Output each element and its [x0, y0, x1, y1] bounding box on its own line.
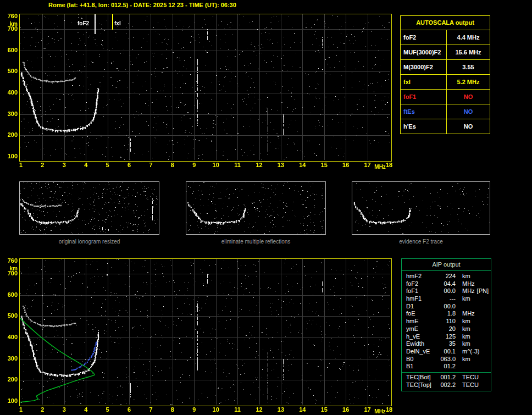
aip-table-header: AIP output [402, 259, 491, 271]
x-axis-tick: 11 [231, 407, 243, 413]
thumbnail-f2-trace-canvas [352, 182, 490, 234]
aip-row: ymE20km [402, 325, 491, 333]
y-axis-tick: 600 [3, 292, 18, 298]
autoscala-row: h'EsNO [401, 119, 490, 134]
aip-row-value: 20 [436, 325, 456, 333]
aip-row: hmF1---km [402, 295, 491, 303]
autoscala-row: M(3000)F23.55 [401, 60, 490, 75]
aip-row-name: TEC[Top] [402, 381, 436, 389]
aip-row-value: 001.2 [436, 374, 456, 381]
x-axis-tick: 1 [15, 162, 27, 168]
aip-row-name: ymE [402, 325, 436, 333]
x-axis-tick: 13 [275, 162, 287, 168]
y-axis-unit: km [3, 265, 18, 272]
aip-row-note [489, 273, 491, 280]
aip-row-name: hmF1 [402, 295, 436, 303]
bottom-ionogram-plot [19, 258, 392, 406]
x-axis-tick: 7 [145, 407, 157, 413]
aip-table-body: hmF2224kmfoF204.4MHzfoF100.0MHz[PN]hmF1-… [402, 273, 491, 389]
aip-row-value: 125 [436, 333, 456, 341]
aip-row: hmF2224km [402, 273, 491, 280]
aip-row-name: foF1 [402, 287, 436, 295]
autoscala-row-value: 3.55 [447, 60, 490, 74]
autoscala-screen: Rome (lat: +41.8, lon: 012.5) - DATE: 20… [0, 0, 532, 415]
aip-row-name: hmF2 [402, 273, 436, 280]
autoscala-row-value: 4.4 MHz [447, 30, 490, 45]
autoscala-row-value: NO [447, 104, 490, 119]
aip-row-name: h_vE [402, 333, 436, 341]
x-axis-tick: 17 [362, 162, 374, 168]
aip-row-unit: km [456, 318, 470, 325]
aip-row-note [489, 333, 491, 341]
x-axis-tick: 8 [167, 407, 179, 413]
y-axis-tick: 700 [3, 26, 18, 32]
aip-row: B101.2 [402, 363, 491, 370]
x-axis-tick: 5 [102, 162, 114, 168]
x-axis-unit: MHz [374, 408, 386, 414]
autoscala-row: fxI5.2 MHz [401, 75, 490, 90]
aip-row-note [489, 318, 491, 325]
aip-row-value: 224 [436, 273, 456, 280]
y-axis-tick: 200 [3, 132, 18, 138]
aip-row-value: --- [436, 295, 456, 303]
thumbnail-caption-f2-trace: evidence F2 trace [352, 239, 490, 245]
x-axis-tick: 3 [58, 162, 70, 168]
y-axis-tick: 100 [3, 153, 18, 159]
aip-row-unit: km [456, 340, 470, 348]
aip-row-unit [456, 363, 462, 370]
x-axis-tick: 6 [123, 162, 135, 168]
aip-row: foE1.8MHz [402, 310, 491, 318]
y-axis-tick: 300 [3, 356, 18, 362]
x-axis-tick: 15 [318, 407, 330, 413]
aip-row: TEC[Top]002.2TECU [402, 381, 491, 389]
y-axis-tick: 760 [3, 258, 18, 264]
y-axis-tick: 500 [3, 313, 18, 319]
aip-row: TEC[Bot]001.2TECU [402, 372, 491, 381]
x-axis-tick: 2 [36, 162, 48, 168]
x-axis-tick: 9 [188, 162, 200, 168]
aip-row: h_vE125km [402, 333, 491, 341]
autoscala-row-label: M(3000)F2 [401, 60, 447, 74]
x-axis-tick: 4 [80, 162, 92, 168]
x-axis-tick: 18 [383, 162, 395, 168]
aip-row-unit: km [456, 356, 470, 363]
autoscala-row: foF24.4 MHz [401, 30, 490, 45]
autoscala-row-label: foF2 [401, 30, 447, 45]
x-axis-tick: 15 [318, 162, 330, 168]
top-ionogram-canvas [20, 14, 390, 160]
x-axis-tick: 13 [275, 407, 287, 413]
aip-row-unit: km [456, 295, 470, 303]
top-ionogram-plot [19, 14, 392, 162]
aip-row-note [489, 325, 491, 333]
autoscala-output-table: AUTOSCALA output foF24.4 MHzMUF(3000)F21… [400, 15, 490, 134]
y-axis-tick: 300 [3, 111, 18, 117]
autoscala-row-label: MUF(3000)F2 [401, 45, 447, 59]
aip-row-unit: MHz [456, 287, 475, 295]
aip-row-name: TEC[Bot] [402, 374, 436, 381]
aip-row-name: D1 [402, 303, 436, 311]
aip-row-unit: MHz [456, 310, 475, 318]
x-axis-tick: 16 [340, 162, 352, 168]
x-axis-tick: 2 [36, 407, 48, 413]
aip-row-note [489, 348, 491, 356]
thumbnail-f2-trace [352, 181, 490, 235]
bottom-ionogram-canvas [20, 259, 390, 405]
autoscala-row-label: fxI [401, 75, 447, 89]
aip-row-note [489, 340, 491, 348]
x-axis-tick: 1 [15, 407, 27, 413]
x-axis-tick: 12 [253, 407, 265, 413]
autoscala-table-body: foF24.4 MHzMUF(3000)F215.6 MHzM(3000)F23… [401, 30, 490, 134]
x-axis-tick: 12 [253, 162, 265, 168]
x-axis-tick: 14 [296, 162, 308, 168]
aip-row-unit: MHz [456, 280, 475, 288]
aip-row: DelN_vE00.1m^(-3) [402, 348, 491, 356]
y-axis-tick: 400 [3, 334, 18, 340]
aip-row-unit: km [456, 325, 470, 333]
aip-row-value: 01.2 [436, 363, 456, 370]
x-axis-tick: 6 [123, 407, 135, 413]
aip-row: Ewidth35km [402, 340, 491, 348]
aip-row: B0063.0km [402, 356, 491, 363]
autoscala-row-value: 15.6 MHz [447, 45, 490, 59]
y-axis-tick: 400 [3, 90, 18, 96]
aip-row-note [489, 280, 491, 288]
